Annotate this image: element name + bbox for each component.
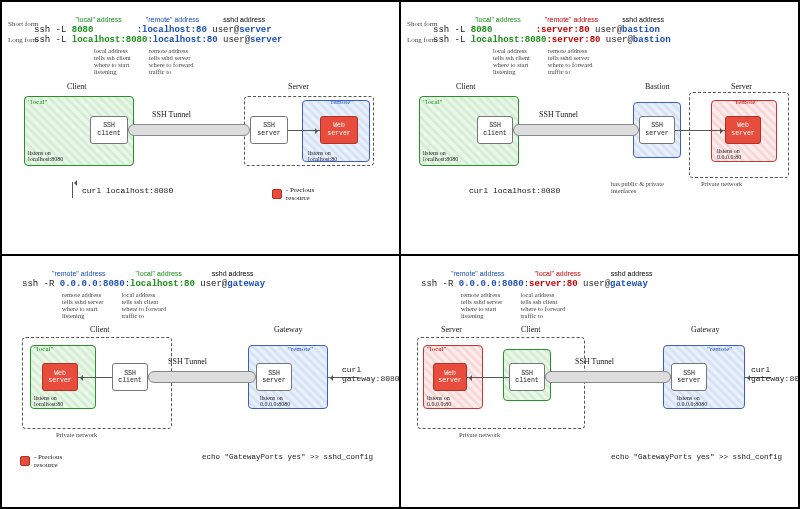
precious-swatch	[272, 189, 282, 199]
curl-cmd: curl localhost:8080	[82, 186, 173, 195]
arrow-to-web	[288, 130, 320, 131]
tunnel	[128, 124, 250, 136]
diagram-2: Client Bastion Server "local" SSHclient …	[411, 82, 788, 207]
diagram-1: Client Server "local" SSHclient listens …	[12, 82, 389, 207]
echo-cmd: echo "GatewayPorts yes" >> sshd_config	[202, 453, 373, 461]
cmd-long: ssh -L localhost:8080:localhost:80 user@…	[34, 35, 389, 45]
tunnel-label: SSH Tunnel	[152, 110, 191, 119]
listens-server: listens onlocalhost:80	[308, 150, 337, 162]
web-server-box: Webserver	[320, 116, 358, 144]
ann-local: "local" address	[76, 16, 122, 23]
panel-remote-forward-server-gateway: "remote" address "local" address sshd ad…	[400, 255, 799, 509]
cmd-block: xxxxx "local" address "remote" address s…	[34, 16, 389, 76]
legend: - Precious resource	[272, 186, 314, 202]
ann-remote: "remote" address	[146, 16, 200, 23]
label-long-form: Long form	[8, 36, 38, 44]
ssh-server-box: SSHserver	[250, 116, 288, 144]
label-server: Server	[288, 82, 309, 91]
label-short-form: Short form	[8, 20, 39, 28]
note-local: local addresstells ssh clientwhere to st…	[94, 47, 131, 76]
listens-client: listens onlocalhost:8080	[28, 150, 63, 162]
tag-local: "local"	[28, 98, 47, 106]
ann-sshd: sshd address	[223, 16, 265, 23]
diagram-3: Client Gateway "local" Webserver listens…	[12, 325, 389, 465]
note-remote: remote addresstells sshd serverwhere to …	[149, 47, 194, 76]
ssh-client-box: SSHclient	[90, 116, 128, 144]
precious-label: - Precious resource	[286, 186, 314, 202]
panel-remote-forward-gateway: "remote" address "local" address sshd ad…	[1, 255, 400, 509]
ssh-tunnel-diagram-grid: Short form Long form xxxxx "local" addre…	[0, 0, 800, 509]
cmd-short: ssh -L 8080 :localhost:80 user@server	[34, 25, 389, 35]
diagram-4: Server Client Gateway "local" Webserver …	[411, 325, 788, 465]
panel-local-forward-bastion: Short form Long form xxxxx "local" addre…	[400, 1, 799, 255]
label-client: Client	[67, 82, 87, 91]
panel-local-forward-simple: Short form Long form xxxxx "local" addre…	[1, 1, 400, 255]
tag-remote: "remote"	[328, 98, 353, 106]
